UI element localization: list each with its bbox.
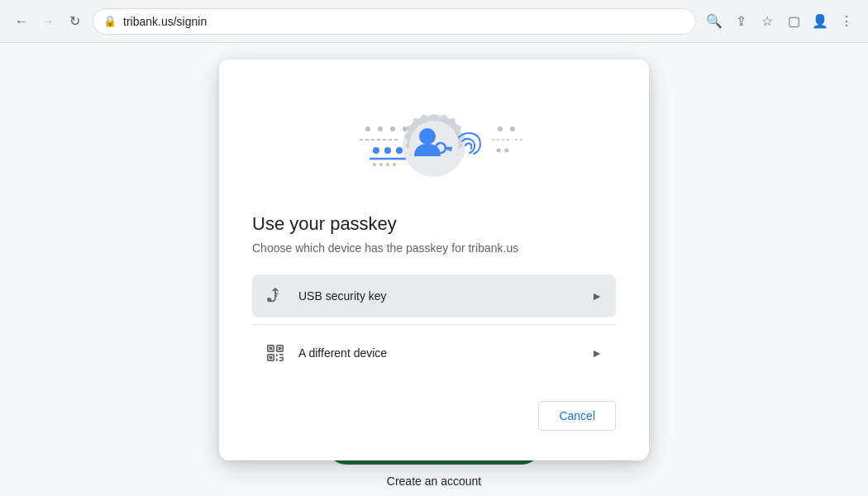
search-button[interactable]: 🔍 (703, 10, 726, 33)
browser-chrome: ← → ↻ 🔒 tribank.us/signin 🔍 ⇪ ☆ ▢ 👤 ⋮ (0, 0, 868, 43)
svg-point-1 (378, 126, 383, 131)
svg-point-7 (396, 147, 403, 154)
svg-rect-33 (279, 347, 282, 351)
svg-point-26 (393, 163, 396, 166)
illustration (252, 86, 616, 193)
passkey-illustration (302, 86, 566, 193)
cancel-button[interactable]: Cancel (538, 401, 616, 431)
menu-button[interactable]: ⋮ (835, 10, 858, 33)
usb-key-label: USB security key (298, 289, 578, 303)
svg-point-6 (384, 147, 391, 154)
options-list: USB security key ► (252, 274, 616, 381)
svg-point-5 (373, 147, 379, 154)
svg-point-17 (498, 126, 503, 131)
svg-point-23 (373, 163, 376, 166)
address-bar[interactable]: 🔒 tribank.us/signin (93, 8, 696, 35)
svg-point-2 (390, 126, 395, 131)
different-device-option[interactable]: A different device ► (252, 331, 616, 374)
dialog-title: Use your passkey (252, 213, 397, 235)
options-divider (252, 324, 616, 325)
svg-point-25 (386, 163, 389, 166)
svg-rect-35 (269, 356, 273, 360)
dialog-footer: Cancel (252, 401, 616, 431)
qr-icon (265, 343, 285, 363)
dialog-subtitle: Choose which device has the passkey for … (252, 241, 518, 255)
svg-point-22 (505, 149, 509, 153)
lock-icon: 🔒 (103, 15, 117, 27)
different-device-chevron: ► (591, 346, 603, 360)
dialog-overlay: Use your passkey Choose which device has… (0, 43, 868, 496)
svg-point-21 (497, 149, 501, 153)
svg-point-24 (379, 163, 383, 166)
forward-button[interactable]: → (36, 10, 60, 33)
usb-key-chevron: ► (591, 289, 603, 303)
tab-search-button[interactable]: ▢ (782, 10, 805, 33)
svg-point-18 (510, 126, 515, 131)
bookmark-button[interactable]: ☆ (756, 10, 779, 33)
svg-point-0 (365, 126, 370, 131)
share-button[interactable]: ⇪ (729, 10, 752, 33)
reload-button[interactable]: ↻ (63, 10, 86, 33)
toolbar-actions: 🔍 ⇪ ☆ ▢ 👤 ⋮ (703, 10, 858, 33)
usb-icon (265, 286, 285, 306)
svg-rect-31 (269, 347, 273, 351)
passkey-dialog: Use your passkey Choose which device has… (219, 60, 649, 460)
profile-button[interactable]: 👤 (808, 10, 832, 33)
svg-point-12 (419, 128, 436, 145)
page-content: Sign in Create an account (0, 43, 868, 496)
nav-buttons: ← → ↻ (10, 10, 86, 33)
different-device-label: A different device (298, 346, 578, 360)
usb-key-option[interactable]: USB security key ► (252, 274, 616, 317)
url-text: tribank.us/signin (123, 15, 685, 28)
back-button[interactable]: ← (10, 10, 33, 33)
